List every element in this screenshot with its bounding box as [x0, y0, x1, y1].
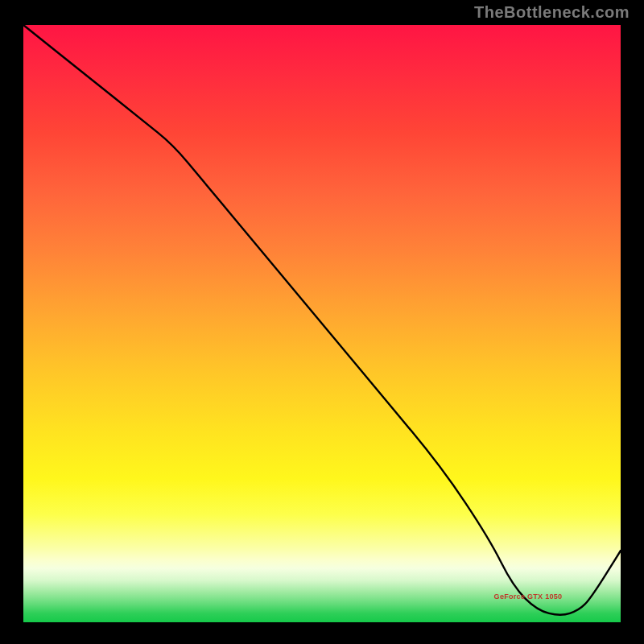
attribution-text: TheBottleneck.com	[474, 3, 630, 22]
plot-frame	[19, 21, 625, 626]
chart-root: TheBottleneck.com GeForce GTX 1050	[0, 0, 644, 644]
